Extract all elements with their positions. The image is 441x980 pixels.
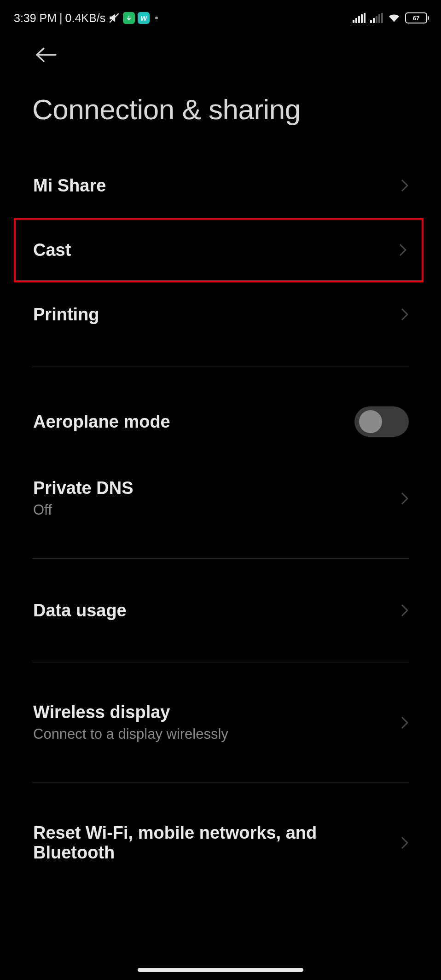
mi-share-row[interactable]: Mi Share: [0, 153, 441, 218]
status-bar: 3:39 PM | 0.4KB/s w: [0, 0, 441, 32]
app-icon-2: w: [138, 12, 150, 24]
wireless-display-subtitle: Connect to a display wirelessly: [33, 726, 228, 742]
printing-label: Printing: [33, 305, 99, 325]
settings-list: Mi Share Cast Printing Aeroplane mode Pr…: [0, 153, 441, 883]
aeroplane-mode-toggle[interactable]: [354, 406, 409, 437]
chevron-right-icon: [400, 179, 409, 192]
status-right: 67: [353, 12, 427, 23]
chevron-right-icon: [400, 492, 409, 505]
chevron-right-icon: [400, 603, 409, 617]
back-arrow-icon: [35, 46, 58, 64]
chevron-right-icon: [399, 243, 407, 257]
back-button[interactable]: [0, 32, 441, 65]
private-dns-row[interactable]: Private DNS Off: [0, 458, 441, 539]
mute-icon: [108, 12, 120, 24]
printing-row[interactable]: Printing: [0, 282, 441, 347]
wifi-icon: [388, 13, 400, 23]
page-title: Connection & sharing: [0, 65, 441, 153]
divider: [32, 783, 409, 783]
home-indicator[interactable]: [138, 968, 303, 972]
data-usage-label: Data usage: [33, 601, 127, 620]
chevron-right-icon: [400, 836, 409, 850]
wireless-display-label: Wireless display: [33, 702, 228, 722]
battery-icon: 67: [405, 12, 427, 23]
aeroplane-mode-label: Aeroplane mode: [33, 412, 170, 432]
aeroplane-mode-row[interactable]: Aeroplane mode: [0, 386, 441, 458]
divider: [32, 662, 409, 662]
status-time: 3:39 PM: [14, 12, 57, 25]
reset-networks-row[interactable]: Reset Wi-Fi, mobile networks, and Blueto…: [0, 802, 441, 883]
chevron-right-icon: [400, 307, 409, 321]
private-dns-status: Off: [33, 502, 133, 518]
status-network-speed: 0.4KB/s: [65, 12, 106, 25]
signal-strength-1-icon: [353, 13, 366, 23]
reset-networks-label: Reset Wi-Fi, mobile networks, and Blueto…: [33, 823, 383, 863]
signal-strength-2-icon: [370, 13, 383, 23]
mi-share-label: Mi Share: [33, 176, 106, 196]
cast-row[interactable]: Cast: [14, 218, 424, 282]
chevron-right-icon: [400, 716, 409, 730]
toggle-knob: [359, 410, 382, 433]
app-icon-1: [123, 12, 135, 24]
data-usage-row[interactable]: Data usage: [0, 578, 441, 643]
more-notifications-dot: [155, 17, 158, 19]
status-left: 3:39 PM | 0.4KB/s w: [14, 12, 158, 25]
divider: [32, 558, 409, 559]
wireless-display-row[interactable]: Wireless display Connect to a display wi…: [0, 682, 441, 763]
private-dns-label: Private DNS: [33, 478, 133, 498]
cast-label: Cast: [33, 240, 71, 260]
divider: [32, 366, 409, 366]
battery-level: 67: [413, 15, 419, 22]
